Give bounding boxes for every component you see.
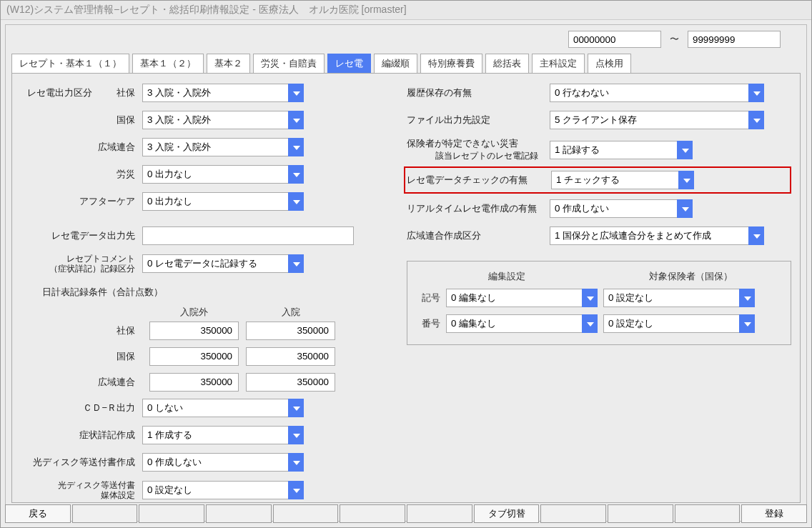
bango-edit-input[interactable] [446, 314, 582, 333]
tab-basic1-2[interactable]: 基本１（２） [132, 54, 204, 73]
tab-sokatsu[interactable]: 総括表 [485, 54, 529, 73]
dropdown-icon[interactable] [288, 399, 304, 417]
back-button[interactable]: 戻る [5, 504, 71, 523]
file-dest-select[interactable] [550, 111, 764, 129]
receipt-comment-input[interactable] [142, 254, 288, 273]
shoujou-select[interactable] [142, 426, 304, 444]
datacheck-select[interactable] [551, 171, 694, 189]
shaho-select-input[interactable] [142, 84, 288, 102]
file-dest-input[interactable] [550, 111, 748, 129]
koiki-select-input[interactable] [142, 138, 288, 156]
empty-button-5[interactable] [340, 504, 405, 523]
koiki-create-select[interactable] [550, 226, 764, 245]
tab-receipt-basic1-1[interactable]: レセプト・基本１（１） [11, 54, 129, 73]
dropdown-icon[interactable] [748, 84, 764, 102]
kokuho-select-input[interactable] [142, 111, 288, 129]
kigou-target-input[interactable] [603, 289, 739, 307]
main-window: (W12)システム管理情報−レセプト・総括印刷情報設定 - 医療法人 オルカ医院… [0, 0, 812, 528]
cdr-select[interactable] [142, 399, 304, 417]
realtime-select[interactable] [550, 199, 693, 218]
empty-button-1[interactable] [72, 504, 138, 523]
kigou-target-select[interactable] [603, 289, 755, 307]
dropdown-icon[interactable] [677, 141, 693, 159]
optical-doc-input[interactable] [142, 453, 288, 472]
empty-button-7[interactable] [540, 504, 606, 523]
koiki-create-input[interactable] [550, 226, 748, 245]
dropdown-icon[interactable] [739, 314, 755, 333]
dropdown-icon[interactable] [288, 192, 304, 211]
empty-button-3[interactable] [206, 504, 272, 523]
history-select[interactable] [550, 84, 764, 102]
window-titlebar: (W12)システム管理情報−レセプト・総括印刷情報設定 - 医療法人 オルカ医院… [1, 1, 811, 20]
kokuho-select[interactable] [142, 111, 304, 129]
datacheck-highlight: レセ電データチェックの有無 [404, 166, 791, 194]
aftercare-select[interactable] [142, 192, 304, 211]
range-to-input[interactable] [688, 31, 781, 48]
dropdown-icon[interactable] [288, 138, 304, 156]
dropdown-icon[interactable] [739, 289, 755, 307]
aftercare-select-input[interactable] [142, 192, 288, 211]
dropdown-icon[interactable] [748, 226, 764, 245]
hokensha-label: 保険者が特定できない災害 該当レセプトのレセ電記録 [407, 138, 550, 162]
bango-target-select[interactable] [603, 314, 755, 333]
empty-button-2[interactable] [139, 504, 204, 523]
tab-bar: レセプト・基本１（１） 基本１（２） 基本２ 労災・自賠責 レセ電 編綴順 特別… [6, 54, 806, 73]
tab-rosai-jibai[interactable]: 労災・自賠責 [253, 54, 325, 73]
empty-button-6[interactable] [407, 504, 472, 523]
empty-button-9[interactable] [675, 504, 741, 523]
koiki-select[interactable] [142, 138, 304, 156]
range-from-input[interactable] [568, 31, 661, 48]
dropdown-icon[interactable] [677, 199, 693, 218]
dropdown-icon[interactable] [288, 165, 304, 184]
koiki-in-input[interactable] [246, 373, 335, 392]
shoujou-input[interactable] [142, 426, 288, 444]
hokensha-select[interactable] [550, 141, 693, 159]
shaho-select[interactable] [142, 84, 304, 102]
tab-switch-button[interactable]: タブ切替 [474, 504, 540, 523]
kokuho-in-input[interactable] [246, 347, 335, 366]
empty-button-4[interactable] [273, 504, 339, 523]
tab-hentetsu[interactable]: 編綴順 [374, 54, 417, 73]
dropdown-icon[interactable] [288, 453, 304, 472]
rosai-select-input[interactable] [142, 165, 288, 184]
dropdown-icon[interactable] [288, 84, 304, 102]
tab-reseden[interactable]: レセ電 [327, 54, 371, 73]
shoujou-label: 症状詳記作成 [21, 429, 142, 442]
optical-media-select[interactable] [142, 481, 304, 499]
realtime-input[interactable] [550, 199, 677, 218]
optical-doc-select[interactable] [142, 453, 304, 472]
tab-tenken[interactable]: 点検用 [588, 54, 631, 73]
aftercare-label: アフターケア [21, 195, 142, 208]
dropdown-icon[interactable] [288, 254, 304, 273]
dropdown-icon[interactable] [288, 426, 304, 444]
history-input[interactable] [550, 84, 748, 102]
dropdown-icon[interactable] [748, 111, 764, 129]
shaho-in-input[interactable] [246, 322, 335, 340]
bango-edit-select[interactable] [446, 314, 598, 333]
dropdown-icon[interactable] [582, 289, 598, 307]
shaho-out-input[interactable] [149, 322, 239, 340]
dropdown-icon[interactable] [582, 314, 598, 333]
optical-media-input[interactable] [142, 481, 288, 499]
cdr-input[interactable] [142, 399, 288, 417]
register-button[interactable]: 登録 [741, 504, 807, 523]
dropdown-icon[interactable] [288, 481, 304, 499]
kigou-edit-select[interactable] [446, 289, 598, 307]
dropdown-icon[interactable] [678, 171, 694, 189]
kigou-edit-input[interactable] [446, 289, 582, 307]
bango-target-input[interactable] [603, 314, 739, 333]
hokensha-input[interactable] [550, 141, 677, 159]
tab-shuka[interactable]: 主科設定 [532, 54, 585, 73]
koiki-out-input[interactable] [149, 373, 239, 392]
target-hokensha-head: 対象保険者（国保） [603, 270, 780, 283]
tab-basic2[interactable]: 基本２ [207, 54, 250, 73]
dropdown-icon[interactable] [288, 111, 304, 129]
datacheck-input[interactable] [551, 171, 678, 189]
rosai-select[interactable] [142, 165, 304, 184]
tab-tokubetsu[interactable]: 特別療養費 [420, 54, 482, 73]
kokuho-out-input[interactable] [149, 347, 239, 366]
empty-button-8[interactable] [608, 504, 673, 523]
receipt-comment-select[interactable] [142, 254, 304, 273]
left-column: レセ電出力区分 社保 国保 [21, 84, 385, 509]
data-output-dest-input[interactable] [142, 226, 354, 245]
